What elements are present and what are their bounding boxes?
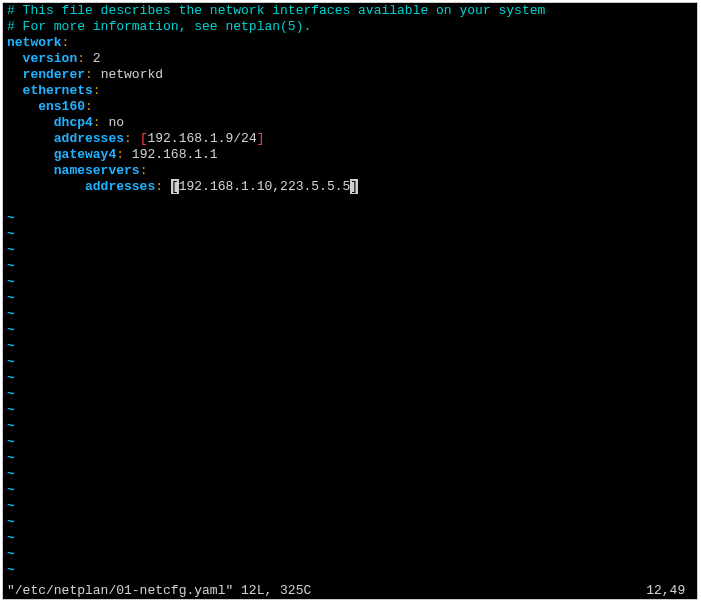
empty-line-tilde: ~ — [7, 339, 15, 354]
indent — [7, 51, 23, 66]
key-network: network — [7, 35, 62, 50]
space — [163, 179, 171, 194]
empty-line-tilde: ~ — [7, 499, 15, 514]
key-gateway4: gateway4 — [54, 147, 116, 162]
indent — [7, 99, 38, 114]
val-renderer: networkd — [93, 67, 163, 82]
bracket-close: ] — [257, 131, 265, 146]
bracket-close-cursor: ] — [350, 179, 358, 194]
empty-line-tilde: ~ — [7, 291, 15, 306]
empty-line-tilde: ~ — [7, 307, 15, 322]
indent — [7, 115, 54, 130]
editor-content[interactable]: # This file describes the network interf… — [3, 3, 697, 579]
empty-line-tilde: ~ — [7, 387, 15, 402]
colon: : — [77, 51, 85, 66]
colon: : — [62, 35, 70, 50]
empty-line-tilde: ~ — [7, 259, 15, 274]
empty-line-tilde: ~ — [7, 227, 15, 242]
indent — [7, 67, 23, 82]
status-filename: "/etc/netplan/01-netcfg.yaml" 12L, 325C — [7, 583, 311, 599]
colon: : — [85, 67, 93, 82]
empty-line-tilde: ~ — [7, 435, 15, 450]
empty-line-tilde: ~ — [7, 275, 15, 290]
empty-line-tilde: ~ — [7, 403, 15, 418]
key-nameservers: nameservers — [54, 163, 140, 178]
val-addr: 192.168.1.9/24 — [147, 131, 256, 146]
colon: : — [155, 179, 163, 194]
val-gateway4: 192.168.1.1 — [124, 147, 218, 162]
empty-line-tilde: ~ — [7, 451, 15, 466]
empty-line-tilde: ~ — [7, 323, 15, 338]
colon: : — [85, 99, 93, 114]
empty-line-tilde: ~ — [7, 371, 15, 386]
empty-line-tilde: ~ — [7, 355, 15, 370]
empty-line-tilde: ~ — [7, 211, 15, 226]
colon: : — [93, 83, 101, 98]
terminal-window[interactable]: # This file describes the network interf… — [2, 2, 698, 600]
space — [132, 131, 140, 146]
key-dhcp4: dhcp4 — [54, 115, 93, 130]
status-bar: "/etc/netplan/01-netcfg.yaml" 12L, 325C … — [3, 583, 697, 599]
key-version: version — [23, 51, 78, 66]
indent — [7, 163, 54, 178]
indent — [7, 147, 54, 162]
comment-line-1: # This file describes the network interf… — [7, 3, 545, 18]
key-addresses: addresses — [54, 131, 124, 146]
val-version: 2 — [85, 51, 101, 66]
colon: : — [93, 115, 101, 130]
empty-line-tilde: ~ — [7, 531, 15, 546]
empty-line-tilde: ~ — [7, 467, 15, 482]
colon: : — [124, 131, 132, 146]
empty-line-tilde: ~ — [7, 483, 15, 498]
colon: : — [140, 163, 148, 178]
val-dhcp4: no — [101, 115, 124, 130]
bracket-open-cursor: [ — [171, 179, 179, 194]
indent — [7, 131, 54, 146]
empty-line-tilde: ~ — [7, 515, 15, 530]
indent — [7, 179, 85, 194]
colon: : — [116, 147, 124, 162]
key-ethernets: ethernets — [23, 83, 93, 98]
key-iface: ens160 — [38, 99, 85, 114]
indent — [7, 83, 23, 98]
status-position: 12,49 — [646, 583, 693, 599]
key-renderer: renderer — [23, 67, 85, 82]
empty-line-tilde: ~ — [7, 547, 15, 562]
val-ns-addr: 192.168.1.10,223.5.5.5 — [179, 179, 351, 194]
key-ns-addresses: addresses — [85, 179, 155, 194]
empty-line-tilde: ~ — [7, 243, 15, 258]
comment-line-2: # For more information, see netplan(5). — [7, 19, 311, 34]
empty-line-tilde: ~ — [7, 563, 15, 578]
empty-line-tilde: ~ — [7, 419, 15, 434]
